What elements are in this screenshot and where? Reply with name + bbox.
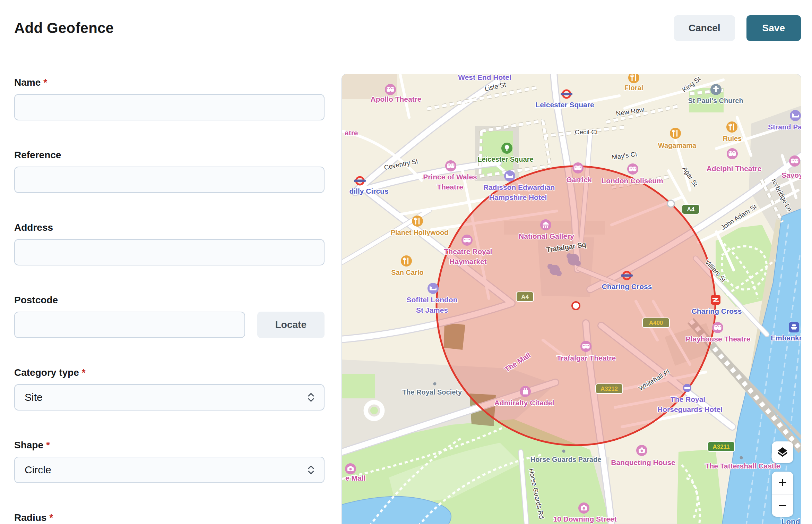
map-label-adelphi-theatre: Adelphi Theatre xyxy=(707,164,762,172)
map-label-embankment: Embankmen xyxy=(771,334,801,342)
page-header: Add Geofence Cancel Save xyxy=(0,0,812,56)
theatre-icon xyxy=(572,162,584,174)
theatre-icon xyxy=(627,163,638,175)
category-select[interactable]: Site xyxy=(14,384,325,411)
zoom-in-button[interactable]: + xyxy=(772,472,793,495)
map-layers-button[interactable] xyxy=(772,441,793,463)
church-icon xyxy=(710,84,722,95)
map-label-savoy-theatre: Savoy Th xyxy=(781,171,801,179)
camera-icon xyxy=(345,463,356,474)
restaurant-icon xyxy=(412,215,423,227)
map-label-leicester-square-station: Leicester Square xyxy=(535,101,594,109)
svg-text:A3212: A3212 xyxy=(601,386,618,392)
map-label-e-mall: e Mall xyxy=(345,474,365,482)
map-label-downing-street: 10 Downing Street xyxy=(553,515,616,523)
shape-select-value: Circle xyxy=(25,464,51,476)
map-label-theatre-royal-2: Haymarket xyxy=(449,257,486,265)
chevron-up-down-icon xyxy=(307,392,315,403)
reference-input[interactable] xyxy=(14,167,325,193)
map-label-planet-hollywood: Planet Hollywood xyxy=(391,229,449,236)
theatre-icon xyxy=(461,235,473,246)
map-label-st-pauls-church: St Paul's Church xyxy=(688,97,743,104)
layers-icon xyxy=(776,446,789,458)
locate-button[interactable]: Locate xyxy=(257,312,325,338)
hotel-icon xyxy=(427,283,439,294)
page-title: Add Geofence xyxy=(14,20,114,36)
map-label-theatre-fragment: atre xyxy=(345,129,358,137)
chevron-up-down-icon xyxy=(307,465,315,475)
road-badge-a4: A4 xyxy=(516,292,534,302)
radius-field-group: Radius* m xyxy=(14,512,325,524)
address-input[interactable] xyxy=(14,239,325,265)
required-asterisk: * xyxy=(43,77,47,88)
restaurant-icon xyxy=(401,255,412,267)
map-label-london-river: Lond xyxy=(781,517,800,524)
reference-field-group: Reference xyxy=(14,150,325,193)
theatre-icon xyxy=(727,148,738,159)
map-label-national-gallery: National Gallery xyxy=(519,232,574,240)
park-tree-icon xyxy=(501,143,512,154)
radius-label: Radius* xyxy=(14,512,325,523)
road-badge-a3211: A3211 xyxy=(708,442,735,451)
poi-dot-icon xyxy=(433,382,437,386)
zoom-out-button[interactable]: − xyxy=(772,495,793,517)
shape-field-group: Shape* Circle xyxy=(14,440,325,483)
svg-text:A4: A4 xyxy=(687,206,694,213)
map-label-prince-of-wales-1: Prince of Wales xyxy=(423,173,477,181)
theatre-icon xyxy=(789,155,800,167)
road-badge-a3212: A3212 xyxy=(596,384,623,394)
map-label-theatre-royal-1: Theatre Royal xyxy=(444,247,492,255)
camera-icon xyxy=(636,445,647,456)
map-label-banqueting-house: Banqueting House xyxy=(611,458,675,466)
map-zoom-control: + − xyxy=(772,472,793,517)
hotel-icon xyxy=(790,110,801,121)
map-label-tattershall-castle: The Tattershall Castle xyxy=(705,462,780,470)
map-container[interactable]: A4 A4 A400 A3212 A3211 West End Hotel Li… xyxy=(342,74,801,524)
theatre-icon xyxy=(580,341,591,352)
postcode-field-group: Postcode Locate xyxy=(14,295,325,338)
map-label-piccadilly-circus: dilly Circus xyxy=(349,187,388,195)
map-label-london-coliseum: London Coliseum xyxy=(602,177,663,185)
map-label-royal-horseguards-1: The Royal xyxy=(671,395,705,403)
map-label-leicester-square-park: Leicester Square xyxy=(477,155,533,163)
geofence-edge-handle[interactable] xyxy=(667,200,674,207)
required-asterisk: * xyxy=(82,367,86,378)
add-geofence-page: Add Geofence Cancel Save Name* Reference… xyxy=(0,0,812,524)
svg-text:A400: A400 xyxy=(649,320,663,326)
camera-icon xyxy=(578,502,589,514)
map-label-royal-society: The Royal Society xyxy=(402,388,462,396)
theatre-icon xyxy=(385,84,396,95)
map-label-trafalgar-theatre: Trafalgar Theatre xyxy=(557,354,616,362)
save-button[interactable]: Save xyxy=(746,15,801,41)
hotel-icon xyxy=(504,170,515,181)
map-canvas: A4 A4 A400 A3212 A3211 West End Hotel Li… xyxy=(342,74,801,524)
map-label-admiralty-citadel: Admiralty Citadel xyxy=(494,399,554,407)
restaurant-icon xyxy=(670,128,681,139)
map-label-apollo-theatre: Apollo Theatre xyxy=(370,95,421,103)
map-label-radisson-2: Hampshire Hotel xyxy=(489,193,547,201)
required-asterisk: * xyxy=(49,512,53,523)
map-label-strand-palace: Strand Pala xyxy=(768,123,801,131)
castle-icon xyxy=(520,386,531,397)
map-label-charing-cross-tube: Charing Cross xyxy=(602,282,652,290)
map-label-charing-cross-rail: Charing Cross xyxy=(692,307,742,315)
svg-text:A3211: A3211 xyxy=(712,443,729,450)
map-label-west-end-hotel: West End Hotel xyxy=(458,74,511,81)
category-field-group: Category type* Site xyxy=(14,367,325,411)
map-label-cecil-ct: Cecil Ct xyxy=(575,128,598,136)
map-label-sofitel-1: Sofitel London xyxy=(407,296,458,304)
shape-select[interactable]: Circle xyxy=(14,457,325,483)
name-input[interactable] xyxy=(14,94,325,120)
cancel-button[interactable]: Cancel xyxy=(674,15,735,41)
map-label-san-carlo: San Carlo xyxy=(391,269,423,276)
map-label-prince-of-wales-2: Theatre xyxy=(437,183,463,191)
name-label: Name* xyxy=(14,77,325,88)
geofence-center-handle[interactable] xyxy=(572,302,580,310)
map-label-playhouse-theatre: Playhouse Theatre xyxy=(686,335,751,343)
poi-dot-icon xyxy=(562,450,565,453)
postcode-input[interactable] xyxy=(14,312,245,338)
address-field-group: Address xyxy=(14,222,325,265)
theatre-icon xyxy=(712,322,723,333)
restaurant-icon xyxy=(726,121,737,133)
road-badge-a400: A400 xyxy=(642,318,670,328)
